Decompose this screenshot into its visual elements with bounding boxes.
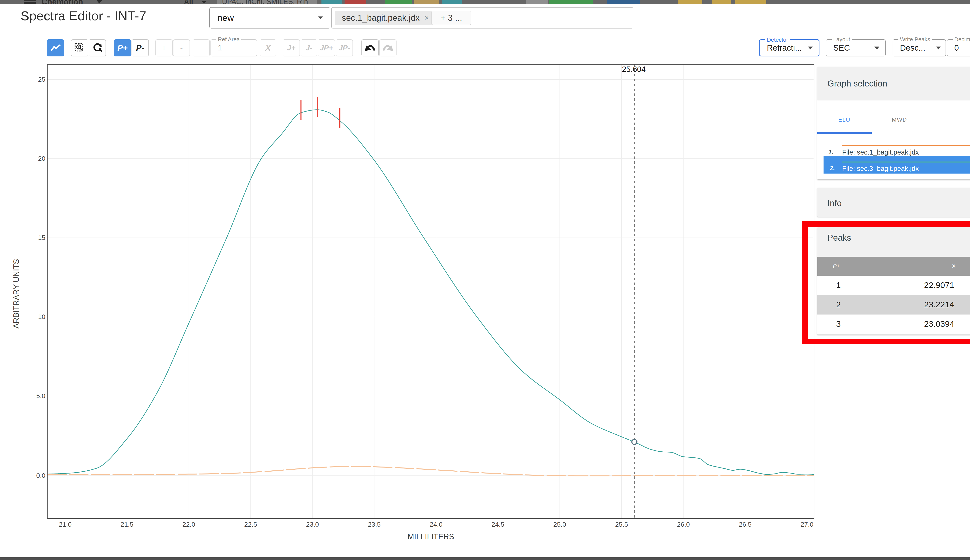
svg-text:26.0: 26.0 [677,521,690,528]
svg-text:15: 15 [38,234,45,241]
svg-text:27.0: 27.0 [801,521,813,528]
svg-text:26.5: 26.5 [739,521,751,528]
svg-text:23.0: 23.0 [306,521,319,528]
svg-text:24.5: 24.5 [491,521,504,528]
svg-text:22.5: 22.5 [244,521,257,528]
svg-text:21.0: 21.0 [59,521,72,528]
svg-text:20: 20 [38,155,45,162]
svg-text:23.5: 23.5 [368,521,381,528]
svg-text:5.0: 5.0 [36,392,45,400]
svg-text:MILLILITERS: MILLILITERS [407,532,454,541]
svg-text:25: 25 [38,76,45,83]
svg-text:ARBITRARY UNITS: ARBITRARY UNITS [12,259,20,329]
svg-text:25.604: 25.604 [622,65,646,73]
svg-text:22.0: 22.0 [182,521,195,528]
svg-text:21.5: 21.5 [121,521,134,528]
svg-text:0.0: 0.0 [36,472,45,479]
svg-text:24.0: 24.0 [430,521,442,528]
svg-text:25.0: 25.0 [553,521,566,528]
svg-text:10: 10 [38,313,45,320]
svg-text:25.5: 25.5 [615,521,628,528]
